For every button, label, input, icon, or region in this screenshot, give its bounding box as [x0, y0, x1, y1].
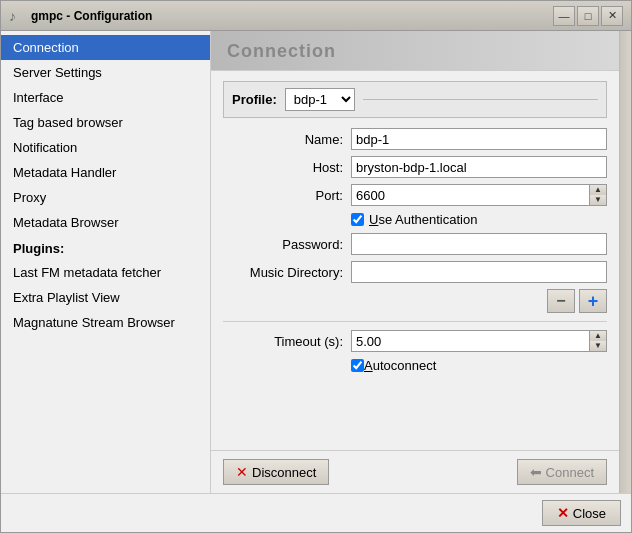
right-edge — [619, 31, 631, 493]
timeout-up-button[interactable]: ▲ — [590, 331, 606, 341]
maximize-button[interactable]: □ — [577, 6, 599, 26]
music-dir-label: Music Directory: — [223, 265, 343, 280]
window-controls: — □ ✕ — [553, 6, 623, 26]
disconnect-button[interactable]: ✕ Disconnect — [223, 459, 329, 485]
profile-line — [363, 99, 598, 100]
divider — [223, 321, 607, 322]
sidebar-item-metadata-browser[interactable]: Metadata Browser — [1, 210, 210, 235]
port-spinner: ▲ ▼ — [351, 184, 607, 206]
disconnect-icon: ✕ — [236, 464, 248, 480]
sidebar-item-lastfm[interactable]: Last FM metadata fetcher — [1, 260, 210, 285]
port-row: Port: ▲ ▼ — [223, 184, 607, 206]
sidebar-item-notification[interactable]: Notification — [1, 135, 210, 160]
port-down-button[interactable]: ▼ — [590, 195, 606, 205]
app-icon: ♪ — [9, 8, 25, 24]
name-input[interactable] — [351, 128, 607, 150]
profile-row: Profile: bdp-1 default — [223, 81, 607, 118]
autoconnect-checkbox[interactable] — [351, 359, 364, 372]
host-input[interactable] — [351, 156, 607, 178]
sidebar-item-tag-based-browser[interactable]: Tag based browser — [1, 110, 210, 135]
panel-title: Connection — [227, 41, 336, 61]
password-row: Password: — [223, 233, 607, 255]
minus-plus-row: − + — [223, 289, 607, 313]
remove-profile-button[interactable]: − — [547, 289, 575, 313]
sidebar-item-interface[interactable]: Interface — [1, 85, 210, 110]
title-bar: ♪ gmpc - Configuration — □ ✕ — [1, 1, 631, 31]
profile-label: Profile: — [232, 92, 277, 107]
disconnect-label: Disconnect — [252, 465, 316, 480]
panel-header: Connection — [211, 31, 619, 71]
name-label: Name: — [223, 132, 343, 147]
timeout-row: Timeout (s): ▲ ▼ — [223, 330, 607, 352]
autoconnect-row: Autoconnect — [351, 358, 607, 373]
add-profile-button[interactable]: + — [579, 289, 607, 313]
main-panel: Connection Profile: bdp-1 default Name: — [211, 31, 619, 493]
password-input[interactable] — [351, 233, 607, 255]
sidebar-item-metadata-handler[interactable]: Metadata Handler — [1, 160, 210, 185]
close-label: Close — [573, 506, 606, 521]
port-spinner-buttons: ▲ ▼ — [590, 184, 607, 206]
port-label: Port: — [223, 188, 343, 203]
plugins-label: Plugins: — [1, 235, 210, 260]
port-input[interactable] — [351, 184, 590, 206]
port-up-button[interactable]: ▲ — [590, 185, 606, 195]
use-auth-label[interactable]: Use Authentication — [369, 212, 477, 227]
connect-icon: ⬅ — [530, 464, 542, 480]
minimize-button[interactable]: — — [553, 6, 575, 26]
sidebar-item-proxy[interactable]: Proxy — [1, 185, 210, 210]
content-area: Connection Server Settings Interface Tag… — [1, 31, 631, 493]
use-auth-checkbox[interactable] — [351, 213, 364, 226]
sidebar-item-magnatune[interactable]: Magnatune Stream Browser — [1, 310, 210, 335]
close-window-button[interactable]: ✕ — [601, 6, 623, 26]
timeout-down-button[interactable]: ▼ — [590, 341, 606, 351]
sidebar-item-extra-playlist[interactable]: Extra Playlist View — [1, 285, 210, 310]
sidebar-item-connection[interactable]: Connection — [1, 35, 210, 60]
timeout-spinner: ▲ ▼ — [351, 330, 607, 352]
connect-button[interactable]: ⬅ Connect — [517, 459, 607, 485]
close-button[interactable]: ✕ Close — [542, 500, 621, 526]
window-title: gmpc - Configuration — [31, 9, 553, 23]
host-label: Host: — [223, 160, 343, 175]
footer-bar: ✕ Close — [1, 493, 631, 532]
timeout-input[interactable] — [351, 330, 590, 352]
panel-content: Profile: bdp-1 default Name: Host: — [211, 71, 619, 450]
profile-select[interactable]: bdp-1 default — [285, 88, 355, 111]
timeout-label: Timeout (s): — [223, 334, 343, 349]
bottom-buttons: ✕ Disconnect ⬅ Connect — [211, 450, 619, 493]
close-icon: ✕ — [557, 505, 569, 521]
sidebar-item-server-settings[interactable]: Server Settings — [1, 60, 210, 85]
name-row: Name: — [223, 128, 607, 150]
music-dir-row: Music Directory: — [223, 261, 607, 283]
music-dir-input[interactable] — [351, 261, 607, 283]
use-auth-row: Use Authentication — [351, 212, 607, 227]
connect-label: Connect — [546, 465, 594, 480]
sidebar: Connection Server Settings Interface Tag… — [1, 31, 211, 493]
password-label: Password: — [223, 237, 343, 252]
host-row: Host: — [223, 156, 607, 178]
autoconnect-label[interactable]: Autoconnect — [364, 358, 436, 373]
timeout-spinner-buttons: ▲ ▼ — [590, 330, 607, 352]
main-window: ♪ gmpc - Configuration — □ ✕ Connection … — [0, 0, 632, 533]
